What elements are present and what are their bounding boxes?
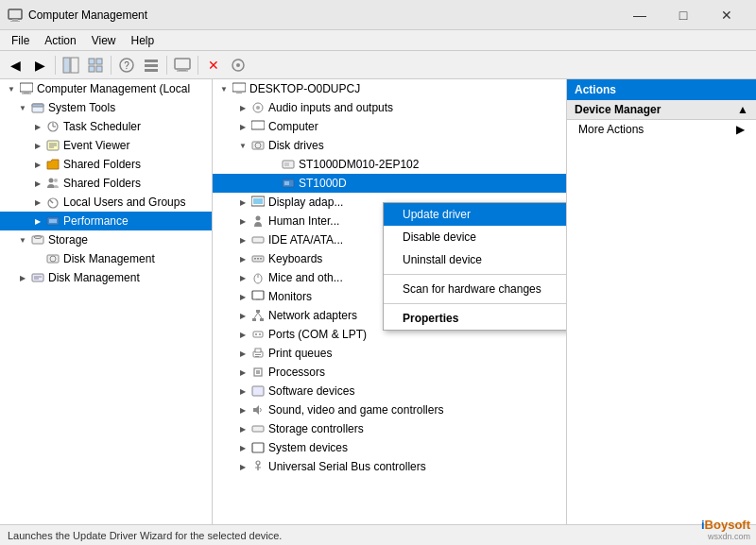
- context-separator-2: [384, 303, 567, 304]
- mice-expander[interactable]: ▶: [235, 270, 250, 285]
- storage-ctrl-icon: [250, 421, 266, 436]
- services-label: Disk Management: [48, 271, 140, 284]
- comp-expander[interactable]: ▶: [235, 119, 250, 134]
- menu-help[interactable]: Help: [124, 32, 163, 49]
- mid-storage-ctrl[interactable]: ▶ Storage controllers: [213, 419, 566, 438]
- mid-computer[interactable]: ▶ Computer: [213, 117, 566, 136]
- properties-button[interactable]: [227, 54, 249, 77]
- mid-print[interactable]: ▶ Print queues: [213, 344, 566, 363]
- ide-label: IDE ATA/ATA...: [268, 233, 343, 247]
- users-expander[interactable]: ▶: [30, 176, 45, 191]
- svg-point-18: [236, 63, 240, 67]
- toolbar-separator-1: [55, 56, 56, 75]
- keyboards-expander[interactable]: ▶: [235, 251, 250, 266]
- software-label: Software devices: [268, 384, 354, 398]
- svg-rect-61: [257, 258, 259, 260]
- shared-expander[interactable]: ▶: [30, 157, 45, 172]
- mid-root[interactable]: ▼ DESKTOP-O0DUPCJ: [213, 79, 566, 98]
- left-system-tools[interactable]: ▼ System Tools: [0, 98, 212, 117]
- svg-rect-44: [232, 83, 246, 92]
- mid-audio[interactable]: ▶ Audio inputs and outputs: [213, 98, 566, 117]
- print-expander[interactable]: ▶: [235, 346, 250, 361]
- context-scan-hardware[interactable]: Scan for hardware changes: [384, 278, 567, 300]
- device-expander[interactable]: ▶: [30, 213, 45, 229]
- left-shared-folders[interactable]: ▶ Shared Folders: [0, 155, 212, 174]
- left-services[interactable]: ▶ Disk Management: [0, 268, 212, 287]
- svg-rect-69: [260, 318, 264, 321]
- left-device-manager[interactable]: ▶ Performance: [0, 212, 212, 230]
- mid-root-expander[interactable]: ▼: [216, 81, 232, 96]
- network-expander[interactable]: ▶: [235, 308, 250, 323]
- forward-button[interactable]: ▶: [28, 54, 51, 77]
- mid-usb[interactable]: ▶ Universal Serial Bus controllers: [213, 457, 566, 476]
- left-local-users[interactable]: ▶ Shared Folders: [0, 174, 212, 193]
- storage-expander[interactable]: ▼: [15, 232, 30, 247]
- ports-expander[interactable]: ▶: [235, 327, 250, 342]
- mid-software[interactable]: ▶ Software devices: [213, 382, 566, 400]
- audio-expander[interactable]: ▶: [235, 100, 250, 115]
- perf-expander[interactable]: ▶: [30, 195, 45, 210]
- device-manager-label: Performance: [63, 214, 129, 228]
- print-icon: [250, 346, 266, 361]
- context-properties[interactable]: Properties: [384, 307, 567, 330]
- root-expander[interactable]: ▼: [4, 81, 19, 96]
- context-disable-device[interactable]: Disable device: [384, 226, 567, 248]
- proc-expander[interactable]: ▶: [235, 365, 250, 380]
- human-expander[interactable]: ▶: [235, 213, 250, 229]
- view-button[interactable]: [140, 54, 163, 77]
- monitors-expander[interactable]: ▶: [235, 289, 250, 304]
- menu-view[interactable]: View: [84, 32, 124, 49]
- context-uninstall-device[interactable]: Uninstall device: [384, 248, 567, 271]
- monitors-icon: [250, 289, 266, 304]
- services-expander[interactable]: ▶: [15, 270, 30, 285]
- system-tools-expander[interactable]: ▼: [15, 100, 30, 115]
- minimize-button[interactable]: —: [618, 0, 662, 30]
- up-button[interactable]: [84, 54, 107, 77]
- mid-disk-drives[interactable]: ▼ Disk drives: [213, 136, 566, 155]
- svg-rect-45: [236, 92, 242, 94]
- left-event-viewer[interactable]: ▶ Event Viewer: [0, 136, 212, 155]
- software-expander[interactable]: ▶: [235, 383, 250, 399]
- mid-disk1[interactable]: ▶ ST1000DM010-2EP102: [213, 155, 566, 174]
- usb-expander[interactable]: ▶: [235, 459, 250, 474]
- back-button[interactable]: ◀: [4, 54, 26, 77]
- perf-label: Local Users and Groups: [63, 196, 185, 209]
- left-disk-management[interactable]: ▶ Disk Management: [0, 249, 212, 268]
- svg-rect-84: [252, 443, 264, 452]
- mid-system-dev[interactable]: ▶ System devices: [213, 438, 566, 457]
- show-hide-button[interactable]: [60, 54, 82, 77]
- mid-sound[interactable]: ▶ Sound, video and game controllers: [213, 400, 566, 419]
- svg-rect-14: [175, 59, 190, 69]
- svg-rect-1: [12, 19, 18, 21]
- delete-button[interactable]: ✕: [202, 54, 225, 77]
- menu-action[interactable]: Action: [37, 32, 83, 49]
- main-layout: ▼ Computer Management (Local ▼ System To…: [0, 79, 756, 524]
- mid-disk2[interactable]: ▶ ST1000D: [213, 174, 566, 193]
- task-expander[interactable]: ▶: [30, 119, 45, 134]
- event-icon: [45, 138, 60, 153]
- storage-ctrl-expander[interactable]: ▶: [235, 421, 250, 436]
- svg-point-57: [256, 216, 261, 221]
- disk-drives-expander[interactable]: ▼: [235, 138, 250, 153]
- svg-line-71: [258, 313, 262, 318]
- actions-more[interactable]: More Actions ▶: [567, 120, 756, 139]
- event-expander[interactable]: ▶: [30, 138, 45, 153]
- context-update-driver[interactable]: Update driver: [384, 203, 567, 226]
- sound-expander[interactable]: ▶: [235, 402, 250, 417]
- audio-icon: [250, 100, 266, 115]
- left-root[interactable]: ▼ Computer Management (Local: [0, 79, 212, 98]
- maximize-button[interactable]: □: [662, 0, 705, 30]
- menu-file[interactable]: File: [4, 32, 37, 49]
- mid-processors[interactable]: ▶ Processors: [213, 363, 566, 382]
- sysdev-expander[interactable]: ▶: [235, 440, 250, 455]
- actions-section-header[interactable]: Device Manager ▲: [567, 100, 756, 120]
- left-task-scheduler[interactable]: ▶ Task Scheduler: [0, 117, 212, 136]
- left-storage[interactable]: ▼ Storage: [0, 230, 212, 249]
- actions-more-arrow: ▶: [736, 123, 745, 136]
- close-button[interactable]: ✕: [705, 0, 748, 30]
- help-button[interactable]: ?: [115, 54, 138, 77]
- display-expander[interactable]: ▶: [235, 195, 250, 210]
- left-performance[interactable]: ▶ Local Users and Groups: [0, 193, 212, 212]
- computer-button[interactable]: [171, 54, 194, 77]
- ide-expander[interactable]: ▶: [235, 232, 250, 247]
